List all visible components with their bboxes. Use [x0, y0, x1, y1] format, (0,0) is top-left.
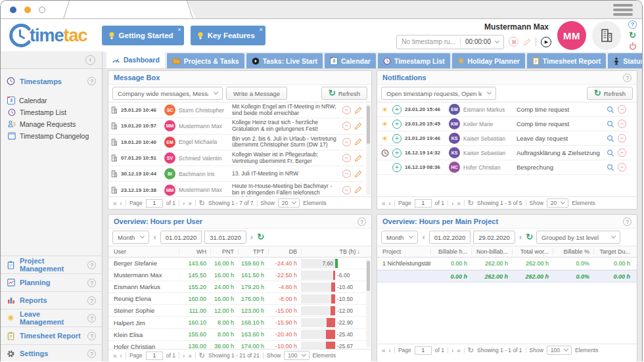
column-billable[interactable]: Billable h... [430, 248, 471, 255]
view-request-icon[interactable] [607, 135, 614, 143]
stop-timestamp-icon[interactable] [509, 37, 518, 47]
last-page-icon[interactable]: » [457, 347, 461, 354]
tab-tasks-live-start[interactable]: Tasks: Live Start [246, 53, 323, 68]
refresh-button[interactable]: ↻Refresh [321, 87, 367, 100]
page-size-select[interactable]: 20 [278, 198, 300, 208]
chevron-down-icon[interactable] [495, 38, 499, 43]
page-input[interactable] [415, 199, 432, 208]
notification-filter-select[interactable]: Open timestamp requests, Open le... [381, 87, 496, 100]
window-dot-yellow-icon[interactable] [24, 7, 31, 13]
prev-period-icon[interactable]: ‹ [421, 231, 425, 243]
date-to[interactable]: 31.01.2020 [204, 231, 246, 244]
start-timestamp-icon[interactable]: ▶ [541, 37, 551, 47]
user-avatar[interactable]: MM [557, 21, 586, 50]
edit-message-icon[interactable] [354, 106, 362, 114]
first-page-icon[interactable]: « [113, 352, 117, 359]
help-icon[interactable]: ? [623, 74, 632, 82]
delete-message-icon[interactable]: − [342, 170, 351, 178]
date-from[interactable]: 01.02.2020 [429, 231, 471, 244]
help-icon[interactable]: ? [623, 217, 632, 226]
page-size-select[interactable]: 100 [547, 346, 572, 355]
page-input[interactable] [146, 199, 163, 208]
write-message-button[interactable]: Write a Message [226, 87, 287, 100]
sidebar-section-timestamps[interactable]: Timestamps ? [1, 72, 102, 90]
period-mode-select[interactable]: Month [381, 231, 418, 244]
next-period-icon[interactable]: › [250, 231, 254, 243]
help-icon[interactable]: ? [628, 20, 637, 29]
table-row[interactable]: Eismann Markus 155.20 24.00 h 179.20 h -… [108, 281, 371, 293]
page-input[interactable] [415, 346, 432, 355]
collapse-sidebar-icon[interactable]: ‹ [85, 55, 95, 65]
quicktab-getting-started[interactable]: Getting Started × [102, 26, 184, 45]
page-size-select[interactable]: 20 [547, 198, 568, 208]
refresh-button[interactable]: ↻Refresh [587, 87, 633, 100]
table-row[interactable]: Klein Elisa 155.60 8.00 h 163.60 h -20.4… [108, 329, 371, 341]
tab-timestamp-list[interactable]: Timestamp List [378, 53, 450, 68]
message-row[interactable]: 23.12.19 10:38 MM Mustermann Max Heute I… [108, 182, 364, 196]
column-total-worked[interactable]: Total wor... [512, 248, 553, 255]
plus-circle-icon[interactable]: + [392, 105, 402, 114]
sidebar-item-calendar[interactable]: 3 Calendar [7, 95, 102, 106]
prev-page-icon[interactable]: ‹ [120, 352, 122, 359]
table-row[interactable]: 1 Nichtleistungstätigkeiten 0.00 h 262.0… [377, 258, 637, 270]
prev-period-icon[interactable]: ‹ [152, 231, 156, 243]
notification-row[interactable]: ☀ + 23.01.20 15:45 KM Keiler Marie Comp … [377, 117, 630, 131]
refresh-icon[interactable]: ↻ [468, 346, 474, 355]
table-row[interactable]: Halpert Jim 160.10 8.00 h 168.10 h -15.9… [108, 317, 371, 328]
hamburger-menu-icon[interactable] [613, 4, 633, 16]
notification-row[interactable]: ☀ + 21.01.20 19:46 KS Kaiser Sebastian L… [377, 131, 630, 146]
window-dot-white-icon[interactable] [39, 7, 45, 13]
column-tb[interactable]: TB (h) [339, 248, 356, 255]
dismiss-notification-icon[interactable]: − [618, 105, 626, 114]
edit-message-icon[interactable] [354, 170, 362, 178]
power-icon[interactable] [629, 42, 637, 51]
refresh-icon[interactable]: ↻ [468, 199, 474, 208]
table-row[interactable]: Hofer Christian 136.00 38.00 h 174.00 h … [108, 341, 371, 349]
sidebar-section-reports[interactable]: Reports ? [1, 291, 102, 309]
next-page-icon[interactable]: › [451, 200, 453, 207]
prev-page-icon[interactable]: ‹ [389, 347, 391, 354]
last-page-icon[interactable]: » [188, 352, 192, 359]
tab-projects-tasks[interactable]: Projects & Tasks [167, 53, 244, 68]
tab-timesheet-report[interactable]: Timesheet Report [527, 53, 607, 68]
prev-page-icon[interactable]: ‹ [120, 200, 122, 207]
edit-message-icon[interactable] [354, 154, 362, 162]
column-non-billable[interactable]: Non-billab... [471, 248, 512, 255]
notification-row[interactable]: + 16.12.19 14:32 KS Kaiser Sebastian Auf… [377, 146, 630, 160]
first-page-icon[interactable]: « [382, 347, 386, 354]
help-icon[interactable]: ? [87, 350, 96, 358]
sidebar-item-timestamp-changelog[interactable]: Timestamp Changelog [7, 130, 102, 141]
window-dot-blue-icon[interactable] [10, 7, 16, 13]
column-target[interactable]: Target Du... [593, 248, 634, 255]
refresh-icon[interactable]: ↻ [199, 199, 205, 208]
help-icon[interactable]: ? [87, 332, 96, 340]
delete-message-icon[interactable]: − [342, 138, 351, 147]
delete-message-icon[interactable]: − [342, 122, 351, 130]
message-row[interactable]: 07.01.20 10:51 SV Schmied Valentin Kolle… [108, 150, 364, 166]
column-tpt[interactable]: TPT [238, 248, 268, 255]
message-row[interactable]: 30.12.19 10:44 BI Bachmann Iris 13. Juli… [108, 166, 364, 182]
plus-circle-icon[interactable]: + [392, 163, 402, 172]
period-mode-select[interactable]: Month [112, 231, 149, 244]
next-page-icon[interactable]: › [183, 352, 185, 359]
date-to[interactable]: 29.02.2020 [473, 231, 515, 244]
sidebar-item-timestamp-list[interactable]: Timestamp List [7, 106, 102, 118]
column-pnt[interactable]: PNT [210, 248, 238, 255]
plus-circle-icon[interactable]: + [392, 148, 402, 158]
view-request-icon[interactable] [607, 106, 614, 114]
page-input[interactable] [146, 351, 163, 360]
edit-message-icon[interactable] [354, 186, 362, 194]
tab-status-overview[interactable]: Status Overview [608, 53, 643, 68]
help-icon[interactable]: ? [357, 217, 366, 226]
company-account-button[interactable] [592, 21, 621, 50]
next-page-icon[interactable]: › [183, 200, 185, 207]
first-page-icon[interactable]: « [113, 200, 117, 207]
next-period-icon[interactable]: › [518, 231, 522, 243]
tab-holiday-planner[interactable]: ☀ Holiday Planner [452, 53, 525, 68]
view-request-icon[interactable] [607, 120, 614, 128]
dismiss-notification-icon[interactable]: − [618, 148, 626, 157]
close-icon[interactable]: × [260, 26, 263, 33]
date-from[interactable]: 01.01.2020 [160, 231, 202, 244]
dismiss-notification-icon[interactable]: − [618, 120, 626, 128]
first-page-icon[interactable]: « [382, 200, 386, 207]
